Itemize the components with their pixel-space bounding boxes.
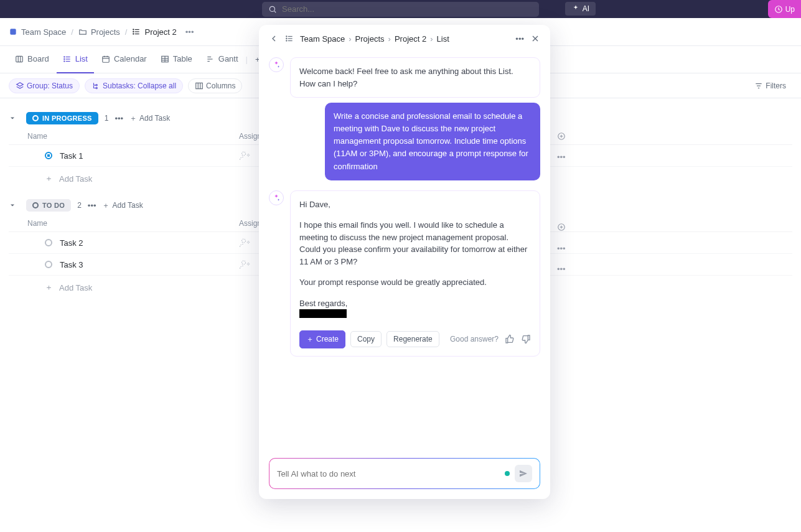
columns-pill[interactable]: Columns xyxy=(188,78,242,93)
chat-scroll[interactable]: Welcome back! Feel free to ask me anythi… xyxy=(259,50,550,458)
chevron-down-icon xyxy=(9,202,16,209)
feedback-label: Good answer? xyxy=(450,334,499,345)
tab-table[interactable]: Table xyxy=(154,46,199,73)
ai-panel: Team Space› Projects› Project 2› List ••… xyxy=(259,25,550,499)
subtask-icon xyxy=(91,82,100,90)
row-more[interactable]: ••• xyxy=(557,264,566,274)
status-dot-icon xyxy=(32,115,39,121)
col-name: Name xyxy=(27,219,239,228)
svg-point-0 xyxy=(269,6,274,11)
create-button[interactable]: ＋ Create xyxy=(299,330,345,348)
gantt-icon xyxy=(206,55,215,63)
ai-avatar xyxy=(269,57,284,72)
ai-input-wrap xyxy=(269,458,540,489)
row-more[interactable]: ••• xyxy=(557,152,566,162)
add-column[interactable] xyxy=(557,132,566,141)
send-icon xyxy=(518,469,528,478)
search-input[interactable] xyxy=(282,4,533,14)
send-button[interactable] xyxy=(515,465,532,482)
upgrade-icon xyxy=(774,5,783,14)
breadcrumb-project2[interactable]: Project 2 xyxy=(132,27,176,37)
plus-circle-icon xyxy=(557,132,566,141)
ai-button[interactable]: AI xyxy=(565,2,596,16)
collapse-toggle[interactable] xyxy=(9,114,20,122)
sparkle-icon xyxy=(571,4,580,13)
chevron-down-icon xyxy=(9,114,16,122)
panel-breadcrumb[interactable]: Team Space› Projects› Project 2› List xyxy=(300,34,449,44)
status-dot-icon xyxy=(32,202,39,208)
list-icon xyxy=(132,27,141,36)
svg-point-7 xyxy=(133,29,134,30)
svg-point-42 xyxy=(242,239,246,243)
collapse-toggle[interactable] xyxy=(9,202,20,209)
sparkle-icon xyxy=(272,60,281,69)
status-dot-icon xyxy=(45,261,52,268)
add-task-button[interactable]: ＋ Add Task xyxy=(129,113,170,124)
ai-label: AI xyxy=(583,4,589,13)
svg-rect-3 xyxy=(10,29,16,34)
calendar-icon xyxy=(101,55,110,63)
ai-input[interactable] xyxy=(277,469,500,478)
breadcrumb-more[interactable]: ••• xyxy=(182,27,194,37)
svg-point-31 xyxy=(96,84,97,85)
svg-point-18 xyxy=(63,60,64,61)
regenerate-button[interactable]: Regenerate xyxy=(386,331,439,347)
folder-icon xyxy=(78,27,87,36)
ai-reply: Hi Dave, I hope this email finds you wel… xyxy=(290,190,540,357)
plus-circle-icon xyxy=(557,223,566,231)
row-more[interactable]: ••• xyxy=(557,244,566,253)
task-name: Task 3 xyxy=(60,260,83,269)
filters-button[interactable]: Filters xyxy=(748,79,792,93)
list-icon xyxy=(285,34,294,43)
svg-point-59 xyxy=(286,40,287,41)
person-add-icon xyxy=(239,237,250,248)
svg-point-8 xyxy=(133,31,134,32)
copy-button[interactable]: Copy xyxy=(350,331,382,347)
group-pill[interactable]: Group: Status xyxy=(9,78,80,93)
task-count: 2 xyxy=(77,201,82,210)
thumbs-up-icon xyxy=(505,334,515,344)
ai-avatar xyxy=(269,190,284,205)
add-column[interactable] xyxy=(557,223,566,231)
status-badge-todo[interactable]: TO DO xyxy=(26,199,71,212)
subtasks-pill[interactable]: Subtasks: Collapse all xyxy=(85,78,183,93)
ai-message: Welcome back! Feel free to ask me anythi… xyxy=(290,57,540,98)
list-icon xyxy=(63,55,72,63)
svg-point-58 xyxy=(286,38,287,39)
svg-point-9 xyxy=(133,34,134,34)
svg-point-17 xyxy=(63,58,64,59)
panel-back-button[interactable] xyxy=(269,34,279,44)
add-task-button[interactable]: ＋ Add Task xyxy=(102,200,143,211)
breadcrumb-projects[interactable]: Projects xyxy=(78,27,120,37)
svg-point-39 xyxy=(242,152,246,156)
svg-point-57 xyxy=(286,36,287,37)
tab-gantt[interactable]: Gantt xyxy=(200,46,245,73)
tab-board[interactable]: Board xyxy=(9,46,55,73)
thumbs-up-button[interactable] xyxy=(505,334,515,344)
svg-rect-33 xyxy=(196,83,203,88)
tab-calendar[interactable]: Calendar xyxy=(95,46,153,73)
tab-list[interactable]: List xyxy=(57,46,94,73)
person-add-icon xyxy=(239,150,250,161)
global-search[interactable] xyxy=(262,2,539,17)
svg-rect-10 xyxy=(16,56,23,62)
upgrade-label: Up xyxy=(785,5,795,14)
user-message: Write a concise and professional email t… xyxy=(325,103,540,180)
person-add-icon xyxy=(239,259,250,270)
status-badge-inprogress[interactable]: IN PROGRESS xyxy=(26,112,98,124)
layers-icon xyxy=(16,82,24,90)
group-more[interactable]: ••• xyxy=(115,114,123,123)
svg-marker-30 xyxy=(17,82,24,86)
status-dot-icon xyxy=(45,152,52,159)
breadcrumb-sep: / xyxy=(125,27,128,37)
upgrade-button[interactable]: Up xyxy=(768,0,801,18)
search-icon xyxy=(268,5,277,14)
columns-icon xyxy=(195,82,204,90)
panel-close[interactable] xyxy=(530,34,540,44)
svg-point-16 xyxy=(63,56,64,57)
recording-indicator-icon xyxy=(505,471,510,476)
thumbs-down-button[interactable] xyxy=(521,334,531,344)
group-more[interactable]: ••• xyxy=(88,201,96,210)
breadcrumb-team-space[interactable]: Team Space xyxy=(9,27,66,37)
panel-more[interactable]: ••• xyxy=(515,34,524,44)
